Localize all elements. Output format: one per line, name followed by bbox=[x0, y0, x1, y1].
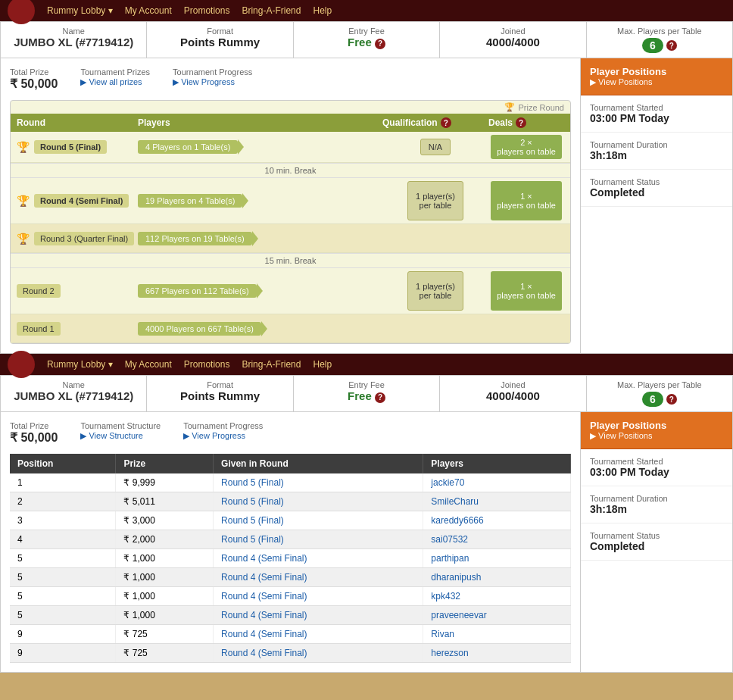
prize-amount: ₹ 2,000 bbox=[116, 530, 214, 549]
prize-round-link[interactable]: Round 4 (Semi Final) bbox=[221, 572, 307, 583]
players-arrow: 4000 Players on 667 Table(s) bbox=[138, 322, 261, 336]
first-right-panel: Player Positions View Positions Tourname… bbox=[581, 58, 732, 353]
prizes-table: Position Prize Given in Round Players 1 … bbox=[10, 454, 571, 663]
qual-box: N/A bbox=[420, 139, 451, 155]
prize-round-link[interactable]: Round 4 (Semi Final) bbox=[221, 591, 307, 602]
nav-promotions-2[interactable]: Promotions bbox=[184, 359, 230, 370]
view-positions-link-2[interactable]: View Positions bbox=[590, 431, 723, 441]
total-prize-label-2: Total Prize bbox=[10, 421, 58, 430]
nav-help-2[interactable]: Help bbox=[313, 359, 332, 370]
break-row-10: 10 min. Break bbox=[11, 163, 570, 178]
entry-cell: Entry Fee Free ? bbox=[294, 22, 440, 58]
total-prize-block-2: Total Prize ₹ 50,000 bbox=[10, 421, 58, 445]
entry-help-icon-2[interactable]: ? bbox=[375, 392, 385, 403]
format-value-2: Points Rummy bbox=[156, 389, 283, 402]
round-1-label: Round 1 bbox=[17, 322, 61, 336]
joined-value: 4000/4000 bbox=[449, 36, 576, 48]
prize-position: 5 bbox=[10, 587, 116, 606]
first-main-area: Total Prize ₹ 50,000 Tournament Prizes V… bbox=[1, 58, 732, 353]
prizes-scroll[interactable]: Position Prize Given in Round Players 1 … bbox=[10, 454, 571, 663]
prize-round-link[interactable]: Round 5 (Final) bbox=[221, 477, 284, 488]
prizes-tbody: 1 ₹ 9,999 Round 5 (Final) jackie70 2 ₹ 5… bbox=[10, 473, 571, 663]
entry-label: Entry Fee bbox=[303, 27, 430, 36]
nav-rummy-lobby[interactable]: Rummy Lobby ▾ bbox=[47, 5, 113, 16]
prize-position: 5 bbox=[10, 606, 116, 625]
player-positions-title-1: Player Positions bbox=[590, 66, 723, 77]
table-row: 4 ₹ 2,000 Round 5 (Final) sai07532 bbox=[10, 530, 571, 549]
prize-round-link[interactable]: Round 4 (Semi Final) bbox=[221, 553, 307, 564]
duration-value-2: 3h:18m bbox=[590, 503, 723, 515]
nav-help[interactable]: Help bbox=[313, 5, 332, 16]
progress-label-2: Tournament Progress bbox=[183, 421, 263, 430]
view-progress-link-2[interactable]: View Progress bbox=[183, 431, 245, 440]
prize-round-link[interactable]: Round 5 (Final) bbox=[221, 496, 284, 507]
prize-round: Round 4 (Semi Final) bbox=[214, 587, 423, 606]
name-cell: Name JUMBO XL (#7719412) bbox=[1, 22, 147, 58]
prize-player: praveeneevar bbox=[423, 606, 571, 625]
nav-bring-a-friend[interactable]: Bring-A-Friend bbox=[242, 5, 301, 16]
prize-position: 5 bbox=[10, 549, 116, 568]
table-row: 🏆 Round 3 (Quarter Final) 112 Players on… bbox=[11, 224, 570, 253]
nav-my-account[interactable]: My Account bbox=[125, 5, 172, 16]
format-label: Format bbox=[156, 27, 283, 36]
name-value-2: JUMBO XL (#7719412) bbox=[10, 389, 137, 402]
first-header-row: Name JUMBO XL (#7719412) Format Points R… bbox=[1, 22, 732, 58]
round-5-label-col: 🏆 Round 5 (Final) bbox=[17, 140, 138, 154]
col-position-header: Position bbox=[10, 454, 116, 473]
prize-round-link[interactable]: Round 4 (Semi Final) bbox=[221, 629, 307, 639]
name-label: Name bbox=[10, 27, 137, 36]
prize-amount: ₹ 1,000 bbox=[116, 606, 214, 625]
prize-player: parthipan bbox=[423, 549, 571, 568]
duration-label-2: Tournament Duration bbox=[590, 494, 723, 503]
nav-promotions[interactable]: Promotions bbox=[184, 5, 230, 16]
max-help-icon[interactable]: ? bbox=[666, 40, 677, 51]
table-row: 5 ₹ 1,000 Round 4 (Semi Final) praveenee… bbox=[10, 606, 571, 625]
max-players-label: Max. Players per Table bbox=[617, 27, 702, 36]
prize-round: Round 4 (Semi Final) bbox=[214, 644, 423, 663]
prize-round-link[interactable]: Round 5 (Final) bbox=[221, 515, 284, 526]
nav-bar: Rummy Lobby ▾ My Account Promotions Brin… bbox=[0, 0, 733, 21]
tournament-prizes-label: Tournament Prizes bbox=[80, 67, 150, 77]
round-5-deals: 2 ×players on table bbox=[488, 135, 564, 159]
deals-help-icon[interactable]: ? bbox=[516, 117, 526, 128]
prize-round-link[interactable]: Round 5 (Final) bbox=[221, 534, 284, 545]
round-4-label: Round 4 (Semi Final) bbox=[34, 194, 129, 208]
players-arrow: 4 Players on 1 Table(s) bbox=[138, 140, 238, 154]
player-positions-section-2[interactable]: Player Positions View Positions bbox=[581, 412, 732, 449]
duration-info-2: Tournament Duration 3h:18m bbox=[581, 486, 732, 523]
qual-box: 1 player(s)per table bbox=[407, 271, 463, 311]
round-1-players: 4000 Players on 667 Table(s) bbox=[138, 322, 382, 336]
started-label-2: Tournament Started bbox=[590, 457, 723, 466]
view-positions-link-1[interactable]: View Positions bbox=[590, 77, 723, 87]
prize-round-link[interactable]: Round 4 (Semi Final) bbox=[221, 610, 307, 620]
nav-bar-2: Rummy Lobby ▾ My Account Promotions Brin… bbox=[0, 354, 733, 375]
prize-round-link[interactable]: Round 4 (Semi Final) bbox=[221, 648, 307, 658]
view-all-prizes-link[interactable]: View all prizes bbox=[80, 77, 142, 86]
prize-amount: ₹ 725 bbox=[116, 644, 214, 663]
prize-amount: ₹ 3,000 bbox=[116, 511, 214, 530]
round-2-label: Round 2 bbox=[17, 284, 61, 298]
table-row: 1 ₹ 9,999 Round 5 (Final) jackie70 bbox=[10, 473, 571, 492]
format-cell-2: Format Points Rummy bbox=[147, 376, 293, 411]
max-players-cell: Max. Players per Table 6 ? bbox=[587, 22, 732, 58]
max-help-icon-2[interactable]: ? bbox=[666, 394, 677, 405]
round-2-deals: 1 ×players on table bbox=[488, 271, 564, 311]
qual-help-icon[interactable]: ? bbox=[441, 117, 451, 128]
nav-my-account-2[interactable]: My Account bbox=[125, 359, 172, 370]
second-main-area: Total Prize ₹ 50,000 Tournament Structur… bbox=[1, 412, 732, 672]
nav-rummy-lobby-2[interactable]: Rummy Lobby ▾ bbox=[47, 359, 113, 370]
joined-cell: Joined 4000/4000 bbox=[440, 22, 586, 58]
player-positions-section-1[interactable]: Player Positions View Positions bbox=[581, 58, 732, 95]
table-row: 🏆 Round 5 (Final) 4 Players on 1 Table(s… bbox=[11, 132, 570, 163]
first-info-row: Total Prize ₹ 50,000 Tournament Prizes V… bbox=[10, 67, 571, 91]
view-progress-link-1[interactable]: View Progress bbox=[173, 77, 235, 86]
entry-help-icon[interactable]: ? bbox=[375, 39, 385, 49]
col-round-header: Given in Round bbox=[214, 454, 423, 473]
view-structure-link[interactable]: View Structure bbox=[80, 431, 142, 440]
nav-bring-a-friend-2[interactable]: Bring-A-Friend bbox=[242, 359, 301, 370]
deals-box: 1 ×players on table bbox=[491, 181, 562, 220]
format-cell: Format Points Rummy bbox=[147, 22, 293, 58]
prize-position: 4 bbox=[10, 530, 116, 549]
entry-label-2: Entry Fee bbox=[303, 380, 430, 389]
player-positions-title-2: Player Positions bbox=[590, 420, 723, 431]
